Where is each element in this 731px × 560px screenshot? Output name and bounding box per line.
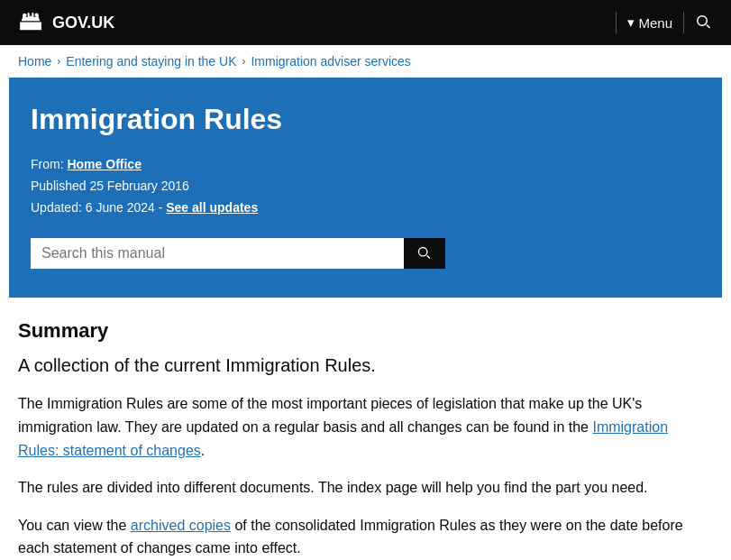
menu-button[interactable]: ▾ Menu (627, 14, 672, 31)
summary-heading: Summary (18, 319, 703, 343)
summary-subtitle: A collection of the current Immigration … (18, 355, 703, 376)
page-title: Immigration Rules (31, 103, 700, 136)
breadcrumb-home[interactable]: Home (18, 54, 51, 69)
archived-copies-link[interactable]: archived copies (131, 518, 231, 533)
menu-chevron: ▾ (627, 14, 635, 31)
search-row (31, 238, 445, 269)
nav-divider-2 (683, 12, 684, 33)
paragraph-3: You can view the archived copies of the … (18, 514, 703, 560)
header-nav: ▾ Menu (605, 12, 713, 33)
updated-date: Updated: 6 June 2024 - See all updates (31, 197, 700, 219)
updated-prefix: Updated: 6 June 2024 - (31, 200, 162, 215)
nav-divider (616, 12, 617, 33)
home-office-link[interactable]: Home Office (67, 157, 141, 171)
crown-icon (18, 8, 43, 38)
search-submit-button[interactable] (404, 238, 445, 269)
search-input[interactable] (31, 238, 404, 269)
gov-uk-logo: GOV.UK (18, 8, 114, 38)
see-all-updates-link[interactable]: See all updates (166, 200, 258, 215)
menu-label: Menu (638, 15, 672, 31)
breadcrumb-chevron-1: › (57, 55, 60, 68)
main-content: Summary A collection of the current Immi… (0, 298, 721, 560)
from-label: From: (31, 157, 64, 171)
banner-meta: From: Home Office Published 25 February … (31, 154, 700, 218)
published-date: Published 25 February 2016 (31, 176, 700, 197)
breadcrumb: Home › Entering and staying in the UK › … (0, 45, 731, 78)
logo-text: GOV.UK (52, 14, 114, 32)
paragraph-1: The Immigration Rules are some of the mo… (18, 392, 703, 462)
header-search-button[interactable] (695, 14, 713, 32)
banner-from: From: Home Office (31, 154, 700, 176)
breadcrumb-immigration-adviser[interactable]: Immigration adviser services (251, 54, 410, 69)
breadcrumb-entering[interactable]: Entering and staying in the UK (66, 54, 236, 69)
page-banner: Immigration Rules From: Home Office Publ… (9, 78, 722, 298)
paragraph-2: The rules are divided into different doc… (18, 476, 703, 500)
statement-of-changes-link[interactable]: Immigration Rules: statement of changes (18, 419, 668, 458)
breadcrumb-chevron-2: › (242, 55, 245, 68)
site-header: GOV.UK ▾ Menu (0, 0, 731, 45)
